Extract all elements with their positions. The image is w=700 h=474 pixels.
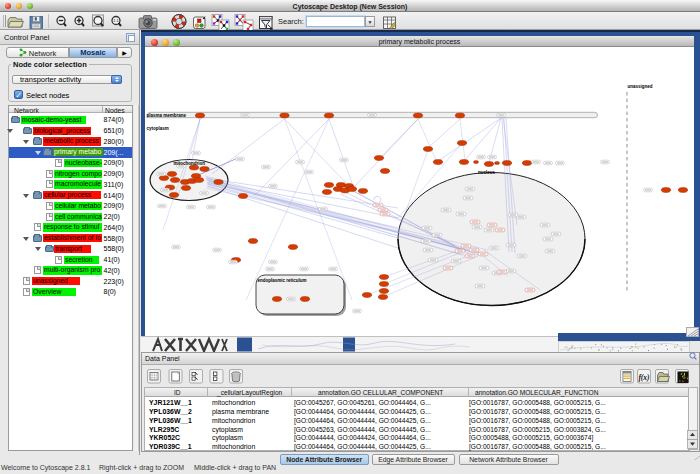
svg-text:f(x): f(x) [638, 373, 650, 382]
